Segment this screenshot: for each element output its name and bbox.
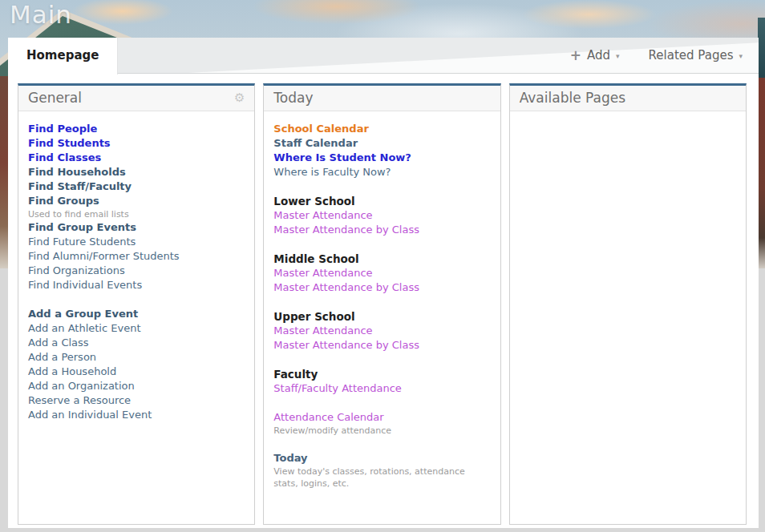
spacer [273,295,490,309]
panel-general-body: Find PeopleFind StudentsFind ClassesFind… [18,111,254,524]
spacer [273,237,490,252]
master-attendance-by-class-link[interactable]: Master Attendance by Class [273,338,490,353]
content-area: Homepage + Add ▾ Related Pages ▾ General… [8,38,759,528]
master-attendance-link[interactable]: Master Attendance [273,266,490,280]
add-an-organization-link[interactable]: Add an Organization [28,379,245,393]
find-group-events-link[interactable]: Find Group Events [28,220,245,235]
page-title: Main [10,0,72,29]
panel-available-pages-body [510,111,746,524]
add-a-group-event-link[interactable]: Add a Group Event [28,307,245,321]
master-attendance-link[interactable]: Master Attendance [273,324,490,338]
find-households-link[interactable]: Find Households [28,165,245,179]
tab-homepage-label: Homepage [26,48,99,62]
view-today-s-classes-rotations-attendance-stats-logins-etc-note: View today's classes, rotations, attenda… [273,466,490,490]
where-is-student-now-link[interactable]: Where Is Student Now? [273,151,490,165]
add-a-household-link[interactable]: Add a Household [28,365,245,379]
find-individual-events-link[interactable]: Find Individual Events [28,278,245,292]
panel-available-pages: Available Pages [509,83,747,525]
add-button-label: Add [587,48,610,62]
panel-general-header: General ⚙ [18,86,254,111]
panel-today-title: Today [273,90,313,106]
review-modify-attendance-note: Review/modify attendance [273,425,490,437]
attendance-calendar-link[interactable]: Attendance Calendar [273,410,490,425]
spacer [28,292,245,307]
add-an-individual-event-link[interactable]: Add an Individual Event [28,408,245,422]
add-a-class-link[interactable]: Add a Class [28,336,245,350]
find-organizations-link[interactable]: Find Organizations [28,264,245,278]
tab-bar-actions: + Add ▾ Related Pages ▾ [570,48,759,62]
tab-bar: Homepage + Add ▾ Related Pages ▾ [8,38,759,74]
find-alumni-former-students-link[interactable]: Find Alumni/Former Students [28,249,245,264]
school-calendar-link[interactable]: School Calendar [273,122,490,136]
find-groups-link[interactable]: Find Groups [28,194,245,208]
panel-available-pages-header: Available Pages [510,86,746,111]
upper-school-heading: Upper School [273,309,490,324]
faculty-heading: Faculty [273,367,490,381]
spacer [273,353,490,367]
master-attendance-by-class-link[interactable]: Master Attendance by Class [273,223,490,237]
add-an-athletic-event-link[interactable]: Add an Athletic Event [28,321,245,336]
find-future-students-link[interactable]: Find Future Students [28,235,245,249]
find-people-link[interactable]: Find People [28,122,245,136]
staff-faculty-attendance-link[interactable]: Staff/Faculty Attendance [273,381,490,396]
master-attendance-by-class-link[interactable]: Master Attendance by Class [273,280,490,295]
panel-row: General ⚙ Find PeopleFind StudentsFind C… [8,74,759,527]
staff-calendar-link[interactable]: Staff Calendar [273,136,490,151]
plus-icon: + [570,49,581,62]
related-pages-button[interactable]: Related Pages ▾ [649,48,743,62]
brick-wall-right [758,78,765,268]
main-area: General ⚙ Find PeopleFind StudentsFind C… [8,74,759,528]
panel-today-body: School CalendarStaff CalendarWhere Is St… [264,111,500,524]
spacer [273,396,490,410]
spacer [273,437,490,451]
add-button[interactable]: + Add ▾ [570,48,620,62]
today-link[interactable]: Today [273,451,490,466]
chevron-down-icon: ▾ [739,51,743,60]
add-a-person-link[interactable]: Add a Person [28,350,245,365]
where-is-faculty-now-link[interactable]: Where is Faculty Now? [273,165,490,179]
related-pages-label: Related Pages [649,48,734,62]
spacer [273,179,490,194]
panel-general: General ⚙ Find PeopleFind StudentsFind C… [18,83,255,525]
used-to-find-email-lists-note: Used to find email lists [28,208,245,220]
reserve-a-resource-link[interactable]: Reserve a Resource [28,393,245,408]
find-students-link[interactable]: Find Students [28,136,245,151]
panel-today: Today School CalendarStaff CalendarWhere… [263,83,500,525]
gear-icon[interactable]: ⚙ [234,92,245,104]
find-classes-link[interactable]: Find Classes [28,151,245,165]
chevron-down-icon: ▾ [616,51,620,60]
roof-edge-right [758,18,765,78]
lower-school-heading: Lower School [273,194,490,208]
tab-homepage[interactable]: Homepage [8,38,118,75]
find-staff-faculty-link[interactable]: Find Staff/Faculty [28,179,245,194]
panel-available-pages-title: Available Pages [520,90,625,106]
panel-general-title: General [28,90,82,106]
master-attendance-link[interactable]: Master Attendance [273,208,490,223]
panel-today-header: Today [264,86,500,111]
middle-school-heading: Middle School [273,252,490,266]
